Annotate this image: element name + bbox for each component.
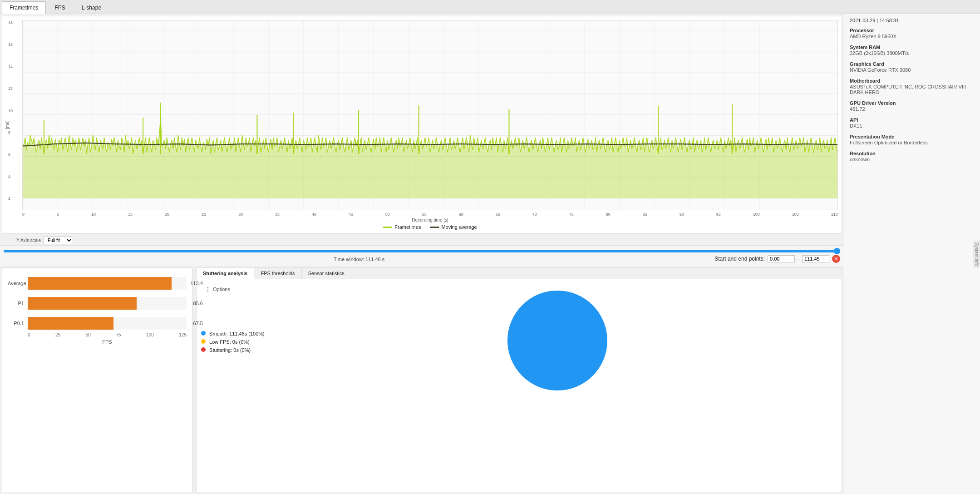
bar-label-p01: P0.1 — [8, 321, 24, 326]
legend-low-fps: Low FPS: 0s (0%) — [201, 339, 265, 345]
options-button[interactable]: ⋮ Options — [201, 284, 234, 295]
stuttering-dot — [201, 347, 206, 352]
tab-fps-thresholds[interactable]: FPS thresholds — [254, 268, 301, 279]
sys-timestamp: 2021-03-29 | 14:58:31 — [850, 18, 975, 23]
sys-processor-value: AMD Ryzen 9 5950X — [850, 34, 975, 39]
sys-resolution-label: Resolution — [850, 151, 975, 156]
y-tick-10: 10 — [8, 109, 13, 113]
slider-info: Time window: 111.46 s — [4, 257, 714, 262]
analysis-legend: Smooth: 111.46s (100%) Low FPS: 0s (0%) … — [201, 331, 265, 353]
slider-endpoints: Start and end points: - ✕ — [714, 255, 840, 263]
sys-driver-value: 461.72 — [850, 106, 975, 112]
tabs-bar: Frametimes FPS L-shape — [0, 0, 980, 14]
y-tick-8: 8 — [8, 130, 13, 135]
bar-fill-p01 — [28, 317, 113, 330]
sys-presentation-label: Presentation Mode — [850, 134, 975, 139]
y-tick-2: 2 — [8, 196, 13, 201]
start-point-input[interactable] — [768, 255, 795, 262]
analysis-panel: Stuttering analysis FPS thresholds Senso… — [196, 267, 842, 492]
tab-frametimes[interactable]: Frametimes — [2, 1, 46, 14]
sys-row-mb: Motherboard ASUSTeK COMPUTER INC. ROG CR… — [850, 78, 975, 95]
fps-x-axis: 0255075100125 — [8, 332, 187, 337]
sys-resolution-value: unknown — [850, 157, 975, 162]
y-tick-18: 18 — [8, 20, 13, 25]
sys-ram-label: System RAM — [850, 44, 975, 50]
legend-moving-avg: Moving average — [430, 224, 477, 230]
legend-frametimes-label: Frametimes — [394, 224, 421, 230]
sys-row-presentation: Presentation Mode Fullscreen Optimized o… — [850, 134, 975, 145]
y-scale-label: Y-Axis scale — [16, 238, 41, 243]
system-info-vertical-label: System info — [973, 240, 980, 267]
bar-value-average: 113.4 — [190, 281, 203, 286]
x-axis-label: Recording time [s] — [22, 217, 838, 222]
sys-row-gpu: Graphics Card NVIDIA GeForce RTX 3080 — [850, 61, 975, 73]
y-tick-6: 6 — [8, 152, 13, 157]
y-axis: 2 4 6 8 10 12 14 16 18 — [8, 20, 13, 201]
stuttering-label: Stuttering: 0s (0%) — [209, 347, 251, 353]
bar-value-p1: 85.6 — [193, 301, 203, 306]
bar-row-p1: P1 85.6 — [8, 297, 187, 310]
fps-bar-chart: Average 113.4 P1 85.6 — [2, 267, 192, 492]
sys-processor-label: Processor — [850, 28, 975, 33]
pie-chart-area — [278, 284, 837, 397]
sys-ram-value: 32GB (2x16GB) 3800MT/s — [850, 50, 975, 56]
bar-track-average: 113.4 — [28, 277, 187, 290]
low-fps-dot — [201, 339, 206, 344]
y-tick-16: 16 — [8, 42, 13, 47]
bar-label-average: Average — [8, 281, 24, 286]
time-range-slider[interactable] — [4, 250, 840, 252]
bar-chart-container: Average 113.4 P1 85.6 — [8, 277, 187, 330]
options-label: Options — [213, 287, 230, 292]
bar-label-p1: P1 — [8, 301, 24, 306]
sys-gpu-value: NVIDIA GeForce RTX 3080 — [850, 67, 975, 73]
y-tick-14: 14 — [8, 64, 13, 69]
bar-track-p1: 85.6 — [28, 297, 187, 310]
sys-driver-label: GPU Driver Version — [850, 100, 975, 106]
legend-frametimes-color — [383, 227, 392, 228]
time-window-value: 111.46 s — [365, 257, 384, 262]
y-tick-12: 12 — [8, 86, 13, 91]
close-button[interactable]: ✕ — [832, 255, 840, 263]
frametimes-chart: [ms] 2 4 6 8 10 12 14 16 18 — [2, 16, 842, 234]
sys-row-driver: GPU Driver Version 461.72 — [850, 100, 975, 112]
sys-row-api: API DX11 — [850, 117, 975, 128]
bottom-section: Average 113.4 P1 85.6 — [0, 266, 844, 494]
start-end-label: Start and end points: — [714, 256, 765, 262]
chart-inner: 2 4 6 8 10 12 14 16 18 — [22, 20, 838, 232]
legend-stuttering: Stuttering: 0s (0%) — [201, 347, 265, 353]
bar-fill-average — [28, 277, 172, 290]
fps-x-label: FPS — [8, 339, 187, 345]
legend-moving-avg-color — [430, 227, 439, 228]
system-info-panel: 2021-03-29 | 14:58:31 Processor AMD Ryze… — [844, 14, 980, 494]
tab-sensor-statistics[interactable]: Sensor statistics — [302, 268, 351, 279]
right-panel-wrapper: 2021-03-29 | 14:58:31 Processor AMD Ryze… — [844, 14, 980, 494]
svg-marker-32 — [23, 118, 837, 198]
pie-smooth-segment — [507, 291, 607, 390]
low-fps-label: Low FPS: 0s (0%) — [209, 339, 250, 345]
dash-separator: - — [798, 256, 799, 262]
legend-smooth: Smooth: 111.46s (100%) — [201, 331, 265, 336]
chart-legend: Frametimes Moving average — [22, 222, 838, 232]
y-scale-select[interactable]: Full fit Custom — [44, 237, 73, 244]
y-scale-control: Y-Axis scale Full fit Custom — [0, 236, 844, 245]
tab-stuttering-analysis[interactable]: Stuttering analysis — [197, 268, 254, 279]
content-area: [ms] 2 4 6 8 10 12 14 16 18 — [0, 14, 844, 494]
chart-plot[interactable]: 2 4 6 8 10 12 14 16 18 — [22, 20, 838, 210]
sys-mb-value: ASUSTeK COMPUTER INC. ROG CROSSHAIR VIII… — [850, 84, 975, 95]
pie-chart-svg — [501, 284, 614, 397]
sys-gpu-label: Graphics Card — [850, 61, 975, 67]
end-point-input[interactable] — [802, 255, 829, 262]
time-window-label: Time window: — [334, 257, 364, 262]
tab-fps[interactable]: FPS — [47, 1, 73, 14]
tab-lshape[interactable]: L-shape — [74, 1, 109, 14]
sys-row-resolution: Resolution unknown — [850, 151, 975, 162]
legend-moving-avg-label: Moving average — [441, 224, 477, 230]
options-icon: ⋮ — [205, 286, 211, 293]
sys-row-ram: System RAM 32GB (2x16GB) 3800MT/s — [850, 44, 975, 56]
bar-row-p01: P0.1 67.5 — [8, 317, 187, 330]
bar-row-average: Average 113.4 — [8, 277, 187, 290]
smooth-label: Smooth: 111.46s (100%) — [209, 331, 265, 336]
analysis-tabs: Stuttering analysis FPS thresholds Senso… — [197, 268, 842, 279]
chart-svg — [23, 20, 837, 210]
x-axis: 05101520 2530354045 5055606570 758085909… — [22, 211, 838, 217]
